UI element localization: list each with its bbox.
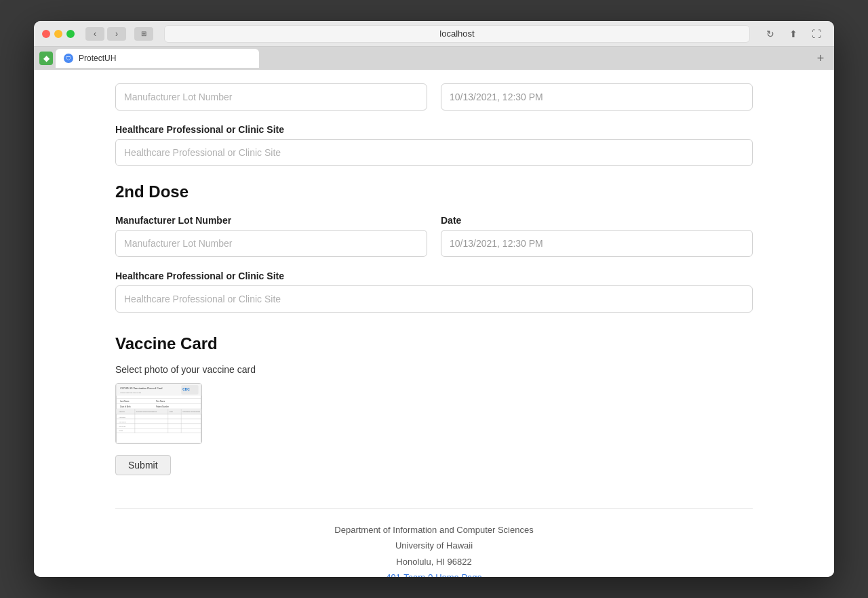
footer-line2: University of Hawaii	[115, 538, 753, 553]
svg-text:3rd Dose: 3rd Dose	[119, 426, 126, 428]
browser-window: ‹ › ⊞ localhost ↻ ⬆ ⛶ ◆ 🛡 ProtectUH +	[34, 21, 834, 577]
tab-favicon: 🛡	[64, 54, 73, 63]
maximize-button[interactable]	[66, 30, 75, 38]
first-dose-partial: Healthcare Professional or Clinic Site	[115, 83, 753, 166]
footer-line1: Department of Information and Computer S…	[115, 522, 753, 538]
back-button[interactable]: ‹	[85, 27, 104, 41]
toolbar-right: ↻ ⬆ ⛶	[761, 27, 826, 41]
share-button[interactable]: ⬆	[784, 27, 803, 41]
svg-text:First Name: First Name	[156, 400, 165, 403]
second-dose-lot-group: Manufacturer Lot Number	[115, 215, 427, 257]
forward-button[interactable]: ›	[107, 27, 126, 41]
fullscreen-button[interactable]: ⛶	[807, 27, 826, 41]
first-dose-lot-row	[115, 83, 753, 111]
svg-text:Patient Number: Patient Number	[156, 405, 169, 408]
svg-text:1st Dose: 1st Dose	[119, 416, 125, 418]
tab-bar: ◆ 🛡 ProtectUH +	[34, 47, 834, 70]
submit-button[interactable]: Submit	[115, 455, 171, 475]
svg-text:CDC: CDC	[182, 388, 190, 391]
svg-text:Other: Other	[119, 430, 123, 432]
extension-icon: ◆	[39, 52, 53, 65]
svg-text:Please keep this record card: Please keep this record card	[120, 392, 142, 394]
tab-title: ProtectUH	[79, 54, 116, 63]
svg-text:Last Name: Last Name	[120, 400, 130, 403]
second-dose-clinic-label: Healthcare Professional or Clinic Site	[115, 271, 753, 281]
second-dose-date-input[interactable]	[441, 230, 753, 257]
close-button[interactable]	[42, 30, 50, 38]
second-dose-title: 2nd Dose	[115, 182, 753, 201]
second-dose-lot-label: Manufacturer Lot Number	[115, 215, 427, 226]
svg-text:COVID-19 Vaccination Record Ca: COVID-19 Vaccination Record Card	[120, 386, 162, 390]
footer: Department of Information and Computer S…	[115, 522, 753, 577]
second-dose-date-group: Date	[441, 215, 753, 257]
second-dose-clinic-input[interactable]	[115, 285, 753, 313]
vaccine-card-subtitle: Select photo of your vaccine card	[115, 364, 753, 375]
svg-text:Product Name/Manufacturer: Product Name/Manufacturer	[136, 411, 157, 413]
vaccine-card-title: Vaccine Card	[115, 334, 753, 353]
address-bar[interactable]: localhost	[164, 25, 750, 43]
sidebar-toggle-button[interactable]: ⊞	[134, 27, 153, 41]
second-dose-lot-input[interactable]	[115, 230, 427, 257]
nav-buttons: ‹ ›	[85, 27, 126, 41]
first-dose-date-input[interactable]	[441, 83, 753, 111]
vaccine-card-svg: COVID-19 Vaccination Record Card Please …	[116, 384, 201, 443]
first-dose-clinic-label: Healthcare Professional or Clinic Site	[115, 124, 753, 135]
first-dose-lot-input[interactable]	[115, 83, 427, 111]
url-text: localhost	[439, 28, 474, 39]
active-tab[interactable]: 🛡 ProtectUH	[56, 49, 259, 68]
first-dose-date-group	[441, 83, 753, 111]
new-tab-button[interactable]: +	[812, 50, 829, 66]
footer-divider	[115, 508, 753, 509]
traffic-lights	[42, 30, 75, 38]
svg-text:Vaccine: Vaccine	[119, 411, 125, 413]
second-dose-lot-date-row: Manufacturer Lot Number Date	[115, 215, 753, 257]
first-dose-clinic-input[interactable]	[115, 139, 753, 166]
footer-line3: Honolulu, HI 96822	[115, 554, 753, 570]
page-content: Healthcare Professional or Clinic Site 2…	[34, 70, 834, 577]
minimize-button[interactable]	[54, 30, 62, 38]
svg-text:Date of Birth: Date of Birth	[120, 405, 131, 408]
vaccine-card-section: Vaccine Card Select photo of your vaccin…	[115, 334, 753, 492]
second-dose-section: 2nd Dose Manufacturer Lot Number Date He…	[115, 182, 753, 313]
footer-link[interactable]: 491-Team-9 Home Page	[386, 572, 482, 577]
svg-text:Healthcare Professional: Healthcare Professional	[182, 411, 200, 413]
vaccine-card-image[interactable]: COVID-19 Vaccination Record Card Please …	[115, 383, 202, 444]
svg-text:2nd Dose: 2nd Dose	[119, 421, 126, 423]
reload-button[interactable]: ↻	[761, 27, 780, 41]
second-dose-date-label: Date	[441, 215, 753, 226]
first-dose-clinic-group: Healthcare Professional or Clinic Site	[115, 124, 753, 166]
svg-text:Date: Date	[170, 411, 174, 413]
second-dose-clinic-group: Healthcare Professional or Clinic Site	[115, 271, 753, 313]
first-dose-lot-group	[115, 83, 427, 111]
title-bar: ‹ › ⊞ localhost ↻ ⬆ ⛶	[34, 21, 834, 47]
